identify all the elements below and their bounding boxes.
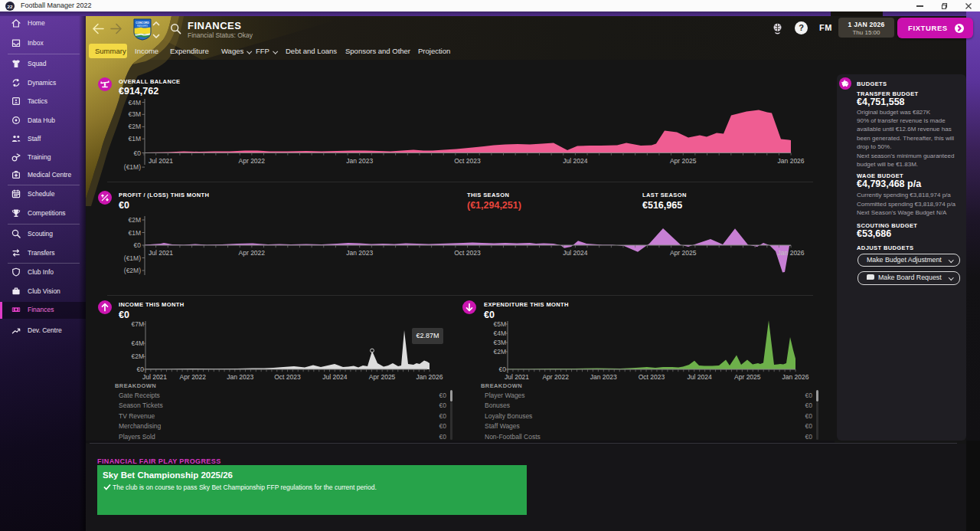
svg-text:22: 22 [8,3,13,8]
